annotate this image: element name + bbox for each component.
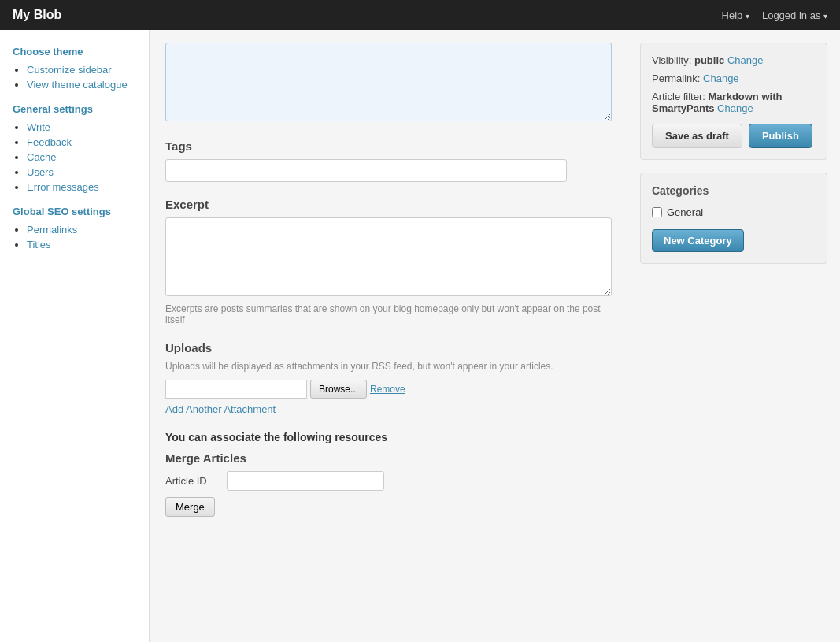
list-item: Error messages <box>27 181 136 193</box>
uploads-section: Uploads Uploads will be displayed as att… <box>165 341 612 415</box>
visibility-value: public <box>694 54 724 66</box>
users-link[interactable]: Users <box>27 166 54 178</box>
seo-list: Permalinks Titles <box>13 224 136 250</box>
publish-button[interactable]: Publish <box>749 124 812 148</box>
file-upload-row: Browse... Remove <box>165 380 612 399</box>
merge-button[interactable]: Merge <box>165 497 215 517</box>
uploads-hint: Uploads will be displayed as attachments… <box>165 361 612 372</box>
list-item: Customize sidebar <box>27 64 136 76</box>
file-input[interactable] <box>165 380 307 399</box>
resources-header: You can associate the following resource… <box>165 431 612 443</box>
permalink-change-link[interactable]: Change <box>703 72 739 84</box>
choose-theme-title: Choose theme <box>13 46 136 58</box>
view-theme-catalogue-link[interactable]: View theme catalogue <box>27 79 128 91</box>
categories-title: Categories <box>652 184 816 197</box>
merge-row: Article ID <box>165 471 612 491</box>
excerpt-hint: Excerpts are posts summaries that are sh… <box>165 303 612 325</box>
article-filter-row: Article filter: Markdown with SmartyPant… <box>652 91 816 114</box>
brand-title: My Blob <box>13 8 61 22</box>
excerpt-textarea[interactable] <box>165 217 612 296</box>
list-item: Users <box>27 166 136 178</box>
permalink-row: Permalink: Change <box>652 72 816 84</box>
titles-link[interactable]: Titles <box>27 239 51 250</box>
merge-articles-label: Merge Articles <box>165 451 612 465</box>
save-draft-button[interactable]: Save as draft <box>652 124 742 148</box>
category-general-label: General <box>667 206 703 218</box>
list-item: Cache <box>27 151 136 163</box>
new-category-button[interactable]: New Category <box>652 229 744 252</box>
tags-label: Tags <box>165 139 612 153</box>
remove-button[interactable]: Remove <box>370 384 405 395</box>
feedback-link[interactable]: Feedback <box>27 136 72 148</box>
excerpt-label: Excerpt <box>165 198 612 211</box>
list-item: Feedback <box>27 136 136 148</box>
add-attachment-link[interactable]: Add Another Attachment <box>165 403 276 415</box>
browse-button[interactable]: Browse... <box>310 380 367 399</box>
choose-theme-list: Customize sidebar View theme catalogue <box>13 64 136 91</box>
list-item: Write <box>27 121 136 133</box>
tags-input[interactable] <box>165 159 567 182</box>
visibility-row: Visibility: public Change <box>652 54 816 66</box>
article-body-section <box>165 43 612 124</box>
customize-sidebar-link[interactable]: Customize sidebar <box>27 64 112 76</box>
help-chevron-icon: ▾ <box>746 12 749 20</box>
write-link[interactable]: Write <box>27 121 50 133</box>
list-item: View theme catalogue <box>27 79 136 91</box>
main-content-area: Tags Excerpt Excerpts are posts summarie… <box>150 30 627 642</box>
topnav-right: Help ▾ Logged in as ▾ <box>722 9 827 21</box>
help-menu[interactable]: Help ▾ <box>722 9 749 21</box>
right-sidebar: Visibility: public Change Permalink: Cha… <box>627 30 840 642</box>
general-settings-list: Write Feedback Cache Users Error message… <box>13 121 136 193</box>
article-id-label: Article ID <box>165 475 220 487</box>
publish-panel: Visibility: public Change Permalink: Cha… <box>640 43 827 160</box>
category-general: General <box>652 206 816 218</box>
tags-section: Tags <box>165 139 612 182</box>
topnav: My Blob Help ▾ Logged in as ▾ <box>0 0 840 30</box>
publish-actions: Save as draft Publish <box>652 124 816 148</box>
merge-articles-section: Merge Articles Article ID Merge <box>165 451 612 517</box>
logged-in-chevron-icon: ▾ <box>823 12 827 20</box>
visibility-change-link[interactable]: Change <box>727 54 764 66</box>
cache-link[interactable]: Cache <box>27 151 57 163</box>
excerpt-section: Excerpt Excerpts are posts summaries tha… <box>165 198 612 325</box>
error-messages-link[interactable]: Error messages <box>27 181 99 193</box>
list-item: Titles <box>27 239 136 250</box>
article-filter-change-link[interactable]: Change <box>717 102 753 114</box>
permalinks-link[interactable]: Permalinks <box>27 224 77 236</box>
article-id-input[interactable] <box>227 471 384 491</box>
category-general-checkbox[interactable] <box>652 207 662 217</box>
sidebar: Choose theme Customize sidebar View them… <box>0 30 150 642</box>
logged-in-menu[interactable]: Logged in as ▾ <box>762 9 827 21</box>
categories-panel: Categories General New Category <box>640 173 827 264</box>
uploads-label: Uploads <box>165 341 612 354</box>
seo-title: Global SEO settings <box>13 206 136 217</box>
article-body-textarea[interactable] <box>165 43 612 121</box>
general-settings-title: General settings <box>13 103 136 115</box>
list-item: Permalinks <box>27 224 136 236</box>
main-layout: Choose theme Customize sidebar View them… <box>0 30 840 642</box>
